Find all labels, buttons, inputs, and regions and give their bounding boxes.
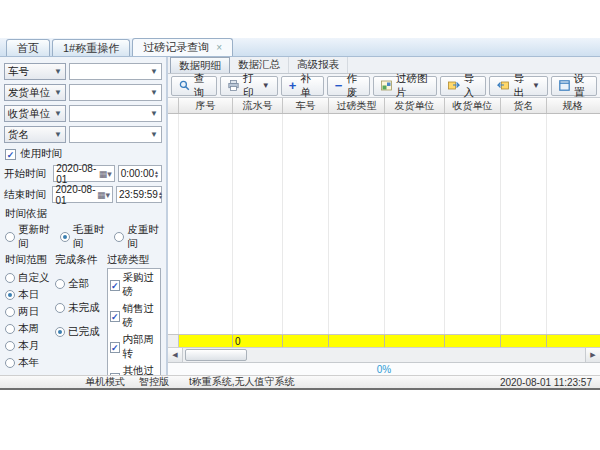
column-header-spec[interactable]: 规格 xyxy=(547,98,598,113)
column-header-shipper[interactable]: 发货单位 xyxy=(385,98,445,113)
radio-tare-time[interactable]: 皮重时间 xyxy=(114,223,161,251)
radio-icon xyxy=(5,324,15,334)
radio-this-year[interactable]: 本年 xyxy=(5,356,55,370)
receiver-value-combo[interactable]: ▼ xyxy=(69,105,162,122)
filter-row-vehicle: 车号▼ ▼ xyxy=(4,63,162,80)
filter-row-receiver: 收货单位▼ ▼ xyxy=(4,105,162,122)
scroll-left-arrow-icon[interactable]: ◀ xyxy=(168,348,183,362)
vehicle-field-dropdown[interactable]: 车号▼ xyxy=(4,63,66,80)
radio-finished[interactable]: 已完成 xyxy=(55,325,107,339)
radio-today[interactable]: 本日 xyxy=(5,288,55,302)
radio-icon xyxy=(5,307,15,317)
horizontal-scrollbar[interactable]: ◀ ▶ xyxy=(168,347,600,362)
checkbox-purchase-weigh[interactable]: ✓采购过磅 xyxy=(110,271,158,299)
shipper-value-combo[interactable]: ▼ xyxy=(69,84,162,101)
vehicle-value-combo[interactable]: ▼ xyxy=(69,63,162,80)
column-header-receiver[interactable]: 收货单位 xyxy=(445,98,501,113)
checkbox-checked-icon: ✓ xyxy=(110,311,120,322)
use-time-row: ✓ 使用时间 xyxy=(5,147,161,161)
import-button[interactable]: 导入 xyxy=(440,76,487,96)
void-order-button[interactable]: − 作废 xyxy=(327,76,370,96)
row-indicator-cell xyxy=(168,335,179,347)
tab-weigh-operation[interactable]: 1#称重操作 xyxy=(52,39,130,56)
goods-field-dropdown[interactable]: 货名▼ xyxy=(4,126,66,143)
status-system-name: t称重系统,无人值守系统 xyxy=(189,375,295,389)
spinner-arrows-icon[interactable]: ▲▼ xyxy=(154,170,159,178)
end-time-spinner[interactable]: 23:59:59 ▲▼ xyxy=(116,186,162,203)
filter-row-goods: 货名▼ ▼ xyxy=(4,126,162,143)
end-time-label: 结束时间 xyxy=(4,188,49,202)
column-header-goods[interactable]: 货名 xyxy=(501,98,547,113)
tab-record-query[interactable]: 过磅记录查询 × xyxy=(132,38,233,56)
column-header-vehicle[interactable]: 车号 xyxy=(283,98,329,113)
finish-condition-header: 完成条件 xyxy=(55,253,107,267)
radio-icon xyxy=(5,273,15,283)
time-basis-header: 时间依据 xyxy=(5,207,161,221)
data-subtabs: 数据明细 数据汇总 高级报表 xyxy=(168,57,600,74)
radio-this-month[interactable]: 本月 xyxy=(5,339,55,353)
radio-selected-icon xyxy=(55,327,65,337)
image-icon xyxy=(381,80,392,91)
status-bar: 单机模式 智控版 t称重系统,无人值守系统 2020-08-01 11:23:5… xyxy=(0,375,600,388)
spinner-arrows-icon[interactable]: ▲▼ xyxy=(158,191,163,199)
plus-icon: + xyxy=(289,79,297,92)
use-time-checkbox[interactable]: ✓ xyxy=(5,149,16,160)
time-range-header: 时间范围 xyxy=(5,253,55,267)
checkbox-sale-weigh[interactable]: ✓销售过磅 xyxy=(110,302,158,330)
start-time-spinner[interactable]: 0:00:00 ▲▼ xyxy=(118,165,162,182)
end-date-picker[interactable]: 2020-08-01 ▦▾ xyxy=(52,186,113,203)
filter-panel: 车号▼ ▼ 发货单位▼ ▼ 收货单位▼ ▼ 货名▼ ▼ ✓ 使用时间 xyxy=(0,57,168,375)
chevron-down-icon: ▼ xyxy=(54,89,62,97)
page: 首页 1#称重操作 过磅记录查询 × 车号▼ ▼ 发货单位▼ ▼ 收货单位▼ xyxy=(0,0,600,450)
radio-custom[interactable]: 自定义 xyxy=(5,271,55,285)
radio-icon xyxy=(55,279,65,289)
scroll-right-arrow-icon[interactable]: ▶ xyxy=(585,348,600,362)
checkbox-internal-transfer[interactable]: ✓内部周转 xyxy=(110,333,158,361)
scrollbar-thumb[interactable] xyxy=(185,349,247,361)
export-icon xyxy=(497,80,509,91)
import-icon xyxy=(448,80,460,91)
checkbox-checked-icon: ✓ xyxy=(110,342,120,353)
chevron-down-icon: ▼ xyxy=(54,110,62,118)
checkbox-checked-icon: ✓ xyxy=(110,280,120,291)
checkbox-other-weigh[interactable]: ✓其他过磅 xyxy=(110,364,158,375)
progress-value: 0% xyxy=(377,364,391,375)
goods-value-combo[interactable]: ▼ xyxy=(69,126,162,143)
end-time-row: 结束时间 2020-08-01 ▦▾ 23:59:59 ▲▼ xyxy=(4,186,162,203)
receiver-field-dropdown[interactable]: 收货单位▼ xyxy=(4,105,66,122)
chevron-down-icon: ▼ xyxy=(150,68,158,76)
tab-weigh-operation-label: 1#称重操作 xyxy=(63,41,119,56)
start-date-picker[interactable]: 2020-08-01 ▦▾ xyxy=(53,165,114,182)
close-icon[interactable]: × xyxy=(216,42,222,53)
shipper-field-dropdown[interactable]: 发货单位▼ xyxy=(4,84,66,101)
print-button[interactable]: 打印 ▼ xyxy=(220,76,278,96)
column-header-weigh-type[interactable]: 过磅类型 xyxy=(329,98,385,113)
supplement-order-button[interactable]: + 补单 xyxy=(281,76,324,96)
settings-button[interactable]: 设置 xyxy=(551,76,597,96)
tab-home[interactable]: 首页 xyxy=(6,39,50,56)
chevron-down-icon: ▼ xyxy=(150,89,158,97)
radio-two-days[interactable]: 两日 xyxy=(5,305,55,319)
summary-row: 0 xyxy=(168,334,600,347)
radio-update-time[interactable]: 更新时间 xyxy=(5,223,52,251)
chevron-down-icon: ▼ xyxy=(54,68,62,76)
use-time-label: 使用时间 xyxy=(20,147,62,161)
radio-unfinished[interactable]: 未完成 xyxy=(55,301,107,315)
column-header-serial[interactable]: 流水号 xyxy=(233,98,283,113)
radio-gross-time[interactable]: 毛重时间 xyxy=(60,223,107,251)
weigh-type-header: 过磅类型 xyxy=(107,253,161,267)
start-time-row: 开始时间 2020-08-01 ▦▾ 0:00:00 ▲▼ xyxy=(4,165,162,182)
settings-icon xyxy=(559,80,570,91)
query-button[interactable]: 查询 xyxy=(171,76,217,96)
radio-this-week[interactable]: 本周 xyxy=(5,322,55,336)
chevron-down-icon: ▼ xyxy=(54,131,62,139)
weigh-picture-button[interactable]: 过磅图片 xyxy=(373,76,437,96)
table-body-empty[interactable] xyxy=(168,114,600,334)
start-time-label: 开始时间 xyxy=(4,167,50,181)
export-button[interactable]: 导出 ▼ xyxy=(489,76,547,96)
tab-advanced-report[interactable]: 高级报表 xyxy=(289,57,348,73)
tab-data-summary[interactable]: 数据汇总 xyxy=(230,57,289,73)
column-header-seq[interactable]: 序号 xyxy=(179,98,233,113)
radio-all[interactable]: 全部 xyxy=(55,277,107,291)
radio-icon xyxy=(55,303,65,313)
